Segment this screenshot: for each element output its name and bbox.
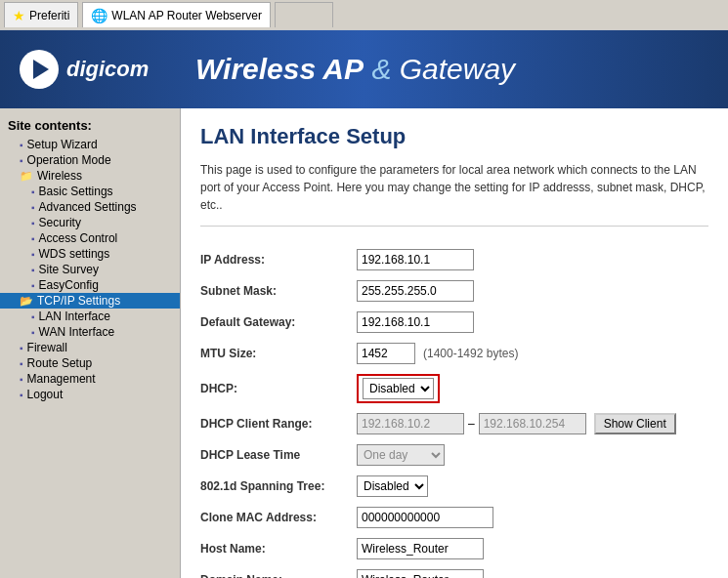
sidebar-item-lan-interface[interactable]: ▪ LAN Interface [0,309,180,324]
sidebar-item-logout[interactable]: ▪ Logout [0,387,180,402]
mtu-size-label: MTU Size: [200,347,357,360]
doc-icon: ▪ [20,390,23,400]
dhcp-row: DHCP: Disabled Enabled [200,369,708,408]
doc-icon: ▪ [20,358,23,369]
header-title-amp: & [371,53,399,85]
host-name-label: Host Name: [200,542,357,556]
dhcp-lease-label: DHCP Lease Time [200,448,357,462]
sidebar-label: Advanced Settings [39,200,137,214]
domain-name-label: Domain Name: [200,573,357,578]
spanning-tree-select[interactable]: Disabled Enabled [357,475,428,497]
sidebar-item-basic-settings[interactable]: ▪ Basic Settings [0,184,180,199]
folder-open-icon: 📂 [20,295,33,308]
tab-active-label: WLAN AP Router Webserver [111,9,262,22]
doc-icon: ▪ [31,186,35,197]
default-gateway-label: Default Gateway: [200,315,357,329]
header-title: Wireless AP & Gateway [195,53,515,86]
range-dash: – [468,417,475,431]
dhcp-select[interactable]: Disabled Enabled [363,378,434,399]
sidebar-label: WAN Interface [39,325,115,339]
sidebar-label: Firewall [27,341,67,354]
sidebar-item-management[interactable]: ▪ Management [0,371,180,387]
tab-favorites-label: Preferiti [29,9,69,22]
doc-icon: ▪ [31,249,35,260]
sidebar-item-wan-interface[interactable]: ▪ WAN Interface [0,324,180,340]
sidebar-item-setup-wizard[interactable]: ▪ Setup Wizard [0,137,180,152]
sidebar-item-wireless[interactable]: 📁 Wireless [0,168,180,184]
host-name-row: Host Name: [200,533,708,564]
doc-icon: ▪ [31,265,35,275]
logo-circle [20,50,59,89]
ip-address-input[interactable] [357,249,474,270]
sidebar-label: Setup Wizard [27,138,98,151]
subnet-mask-row: Subnet Mask: [200,275,708,307]
sidebar-label: Wireless [37,169,82,183]
sidebar-item-advanced-settings[interactable]: ▪ Advanced Settings [0,199,180,215]
domain-name-input[interactable] [357,569,484,578]
sidebar-title: Site contents: [0,114,180,137]
doc-icon: ▪ [20,343,23,353]
sidebar-item-operation-mode[interactable]: ▪ Operation Mode [0,152,180,168]
clone-mac-input[interactable] [357,507,493,528]
dhcp-label: DHCP: [200,382,357,395]
sidebar-label: Management [27,372,96,386]
tab-bar: ★ Preferiti 🌐 WLAN AP Router Webserver [0,0,728,29]
tab-active[interactable]: 🌐 WLAN AP Router Webserver [82,2,271,27]
domain-name-row: Domain Name: [200,564,708,578]
sidebar-label: Basic Settings [39,185,113,198]
clone-mac-label: Clone MAC Address: [200,511,357,524]
show-client-button[interactable]: Show Client [594,413,676,434]
host-name-input[interactable] [357,538,484,559]
content-area: Site contents: ▪ Setup Wizard ▪ Operatio… [0,108,728,578]
page-description: This page is used to configure the param… [200,161,708,227]
folder-icon: 📁 [20,170,33,183]
doc-icon: ▪ [31,327,35,338]
sidebar-item-tcpip[interactable]: 📂 TCP/IP Settings [0,293,180,309]
header-title-part1: Wireless AP [195,53,364,85]
sidebar-label: EasyConfig [39,278,99,292]
doc-icon: ▪ [31,202,35,213]
dhcp-range-end-input[interactable] [479,413,586,434]
app-wrapper: digicom Wireless AP & Gateway Site conte… [0,30,728,578]
sidebar-label: Security [39,216,81,229]
header: digicom Wireless AP & Gateway [0,30,728,108]
doc-icon: ▪ [20,374,23,385]
spanning-tree-row: 802.1d Spanning Tree: Disabled Enabled [200,471,708,502]
sidebar-item-easyconfig[interactable]: ▪ EasyConfig [0,277,180,293]
logo-play-icon [33,60,49,79]
dhcp-client-range-row: DHCP Client Range: – Show Client [200,408,708,439]
logo-area: digicom [20,50,195,89]
sidebar-label: Access Control [39,231,118,245]
doc-icon: ▪ [31,218,35,228]
sidebar: Site contents: ▪ Setup Wizard ▪ Operatio… [0,108,181,578]
sidebar-item-wds-settings[interactable]: ▪ WDS settings [0,246,180,262]
clone-mac-row: Clone MAC Address: [200,502,708,533]
ip-address-label: IP Address: [200,253,357,267]
subnet-mask-label: Subnet Mask: [200,284,357,298]
sidebar-item-security[interactable]: ▪ Security [0,215,180,230]
main-content: LAN Interface Setup This page is used to… [181,108,728,578]
sidebar-label: Site Survey [39,263,99,276]
dhcp-lease-select[interactable]: One day Two days One week [357,444,445,466]
spanning-tree-label: 802.1d Spanning Tree: [200,479,357,493]
ip-address-row: IP Address: [200,244,708,275]
default-gateway-row: Default Gateway: [200,307,708,338]
tab-favorites[interactable]: ★ Preferiti [4,2,78,27]
default-gateway-input[interactable] [357,311,474,333]
sidebar-label: LAN Interface [39,310,110,323]
sidebar-label: TCP/IP Settings [37,294,120,308]
sidebar-label: Logout [27,388,64,401]
tab-empty[interactable] [275,2,333,27]
sidebar-item-access-control[interactable]: ▪ Access Control [0,230,180,246]
dhcp-range-start-input[interactable] [357,413,464,434]
subnet-mask-input[interactable] [357,280,474,302]
sidebar-item-firewall[interactable]: ▪ Firewall [0,340,180,355]
doc-icon: ▪ [31,280,35,291]
page-title: LAN Interface Setup [200,124,708,149]
mtu-size-input[interactable] [357,343,415,364]
dhcp-client-range-label: DHCP Client Range: [200,417,357,431]
sidebar-item-site-survey[interactable]: ▪ Site Survey [0,262,180,277]
doc-icon: ▪ [20,155,23,166]
sidebar-item-route-setup[interactable]: ▪ Route Setup [0,355,180,371]
sidebar-label: WDS settings [39,247,110,261]
